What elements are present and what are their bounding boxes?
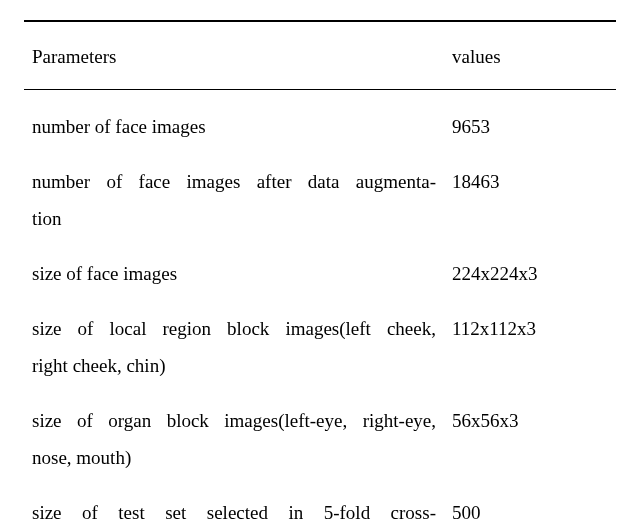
- value-cell: 9653: [444, 90, 616, 154]
- value-cell: 500: [444, 485, 616, 522]
- table-row: number of face images after data augment…: [24, 154, 616, 246]
- value-cell: 18463: [444, 154, 616, 246]
- value-cell: 56x56x3: [444, 393, 616, 485]
- parameters-table: Parameters values number of face images …: [24, 20, 616, 522]
- col-header-values: values: [444, 22, 616, 90]
- table-row: size of local region block images(left c…: [24, 301, 616, 393]
- param-cell: size of test set selected in 5-fold cros…: [24, 485, 444, 522]
- table-row: size of test set selected in 5-fold cros…: [24, 485, 616, 522]
- table-row: size of face images 224x224x3: [24, 246, 616, 301]
- param-cell: size of local region block images(left c…: [24, 301, 444, 393]
- value-cell: 224x224x3: [444, 246, 616, 301]
- col-header-parameters: Parameters: [24, 22, 444, 90]
- param-cell: size of organ block images(left-eye, rig…: [24, 393, 444, 485]
- param-cell: number of face images: [24, 90, 444, 154]
- value-cell: 112x112x3: [444, 301, 616, 393]
- table-header-row: Parameters values: [24, 22, 616, 90]
- param-cell: size of face images: [24, 246, 444, 301]
- table-row: number of face images 9653: [24, 90, 616, 154]
- table-row: size of organ block images(left-eye, rig…: [24, 393, 616, 485]
- param-cell: number of face images after data augment…: [24, 154, 444, 246]
